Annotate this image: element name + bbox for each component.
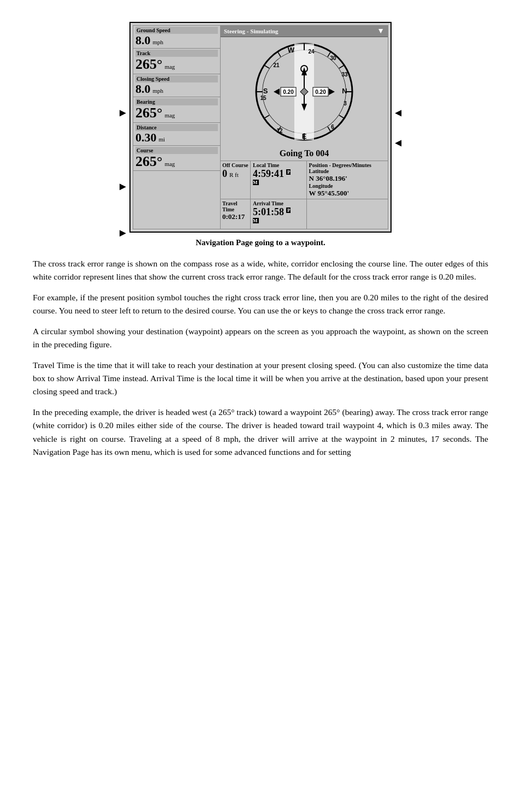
closing-speed-unit: mph xyxy=(153,87,164,94)
arrival-time-label: Arrival Time xyxy=(253,200,304,206)
track-field: Track 265° mag xyxy=(133,49,220,74)
closing-speed-field: Closing Speed 8.0 mph xyxy=(133,74,220,97)
travel-time-label: Travel Time xyxy=(222,200,248,212)
bottom-row2: Travel Time 0:02:17 Arrival Time 5:01:58… xyxy=(221,199,388,229)
svg-line-15 xyxy=(277,51,281,57)
left-arrow-track-icon: ► xyxy=(117,106,128,119)
bearing-value-row: 265° mag xyxy=(135,105,218,121)
off-course-label: Off Course xyxy=(222,162,248,168)
ground-speed-value: 8.0 xyxy=(135,33,151,47)
local-time-field: Local Time 4:59:41 PM xyxy=(251,161,307,199)
arrival-time-value: 5:01:58 xyxy=(253,206,284,217)
track-unit: mag xyxy=(164,63,175,70)
svg-text:0.20: 0.20 xyxy=(283,89,294,95)
device-container: Ground Speed 8.0 mph Track 265° mag xyxy=(129,22,392,233)
svg-text:12: 12 xyxy=(276,128,283,134)
track-value-row: 265° mag xyxy=(135,57,218,73)
svg-text:6: 6 xyxy=(331,124,334,130)
track-value: 265° xyxy=(135,56,162,72)
off-course-value-row: 0 R ft xyxy=(222,168,248,180)
arrival-time-value-row: 5:01:58 PM xyxy=(253,206,304,228)
svg-text:3: 3 xyxy=(344,100,347,106)
svg-text:24: 24 xyxy=(308,49,315,55)
svg-text:0.20: 0.20 xyxy=(315,89,326,95)
position-field: Position - Degrees/Minutes Latitude N 36… xyxy=(307,161,388,199)
svg-line-14 xyxy=(264,65,269,68)
latitude-label: Latitude xyxy=(309,168,386,174)
bottom-row1: Off Course 0 R ft Local Time 4: xyxy=(221,161,388,199)
distance-value-row: 0.30 mi xyxy=(135,131,218,144)
off-course-unit: R ft xyxy=(229,171,239,178)
steering-bar: Steering - Simulating ▼ xyxy=(221,26,388,37)
svg-text:E: E xyxy=(302,132,307,140)
device-screenshot: ► ► ► ◄ ◄ Ground Speed 8.0 mph xyxy=(33,22,488,233)
off-course-value: 0 xyxy=(222,168,227,179)
left-arrow-bearing-icon: ► xyxy=(117,180,128,193)
bearing-value: 265° xyxy=(135,105,162,121)
distance-unit: mi xyxy=(159,136,165,143)
svg-text:15: 15 xyxy=(260,95,267,101)
local-time-value-row: 4:59:41 PM xyxy=(253,168,304,189)
compass-area: W 24 30 33 21 15 3 12 6 xyxy=(221,37,388,146)
course-value: 265° xyxy=(135,153,162,169)
left-panel: Ground Speed 8.0 mph Track 265° mag xyxy=(133,26,221,229)
steering-arrow-icon: ▼ xyxy=(377,27,384,35)
distance-field: Distance 0.30 mi xyxy=(133,123,220,146)
going-to-label: Going To 004 xyxy=(221,146,388,161)
svg-line-10 xyxy=(339,115,345,118)
svg-text:W: W xyxy=(288,46,295,54)
longitude-value: W 95°45.500' xyxy=(309,189,386,198)
device-wrapper: ► ► ► ◄ ◄ Ground Speed 8.0 mph xyxy=(129,22,392,233)
svg-text:33: 33 xyxy=(341,72,348,78)
paragraph-2: For example, if the present position sym… xyxy=(33,291,488,317)
figure-caption: Navigation Page going to a waypoint. xyxy=(33,238,488,247)
right-panel: Steering - Simulating ▼ xyxy=(221,26,388,229)
bottom-section: Off Course 0 R ft Local Time 4: xyxy=(221,161,388,229)
bearing-unit: mag xyxy=(164,112,175,118)
bearing-field: Bearing 265° mag xyxy=(133,97,220,123)
svg-text:N: N xyxy=(342,87,347,95)
svg-text:21: 21 xyxy=(273,62,280,68)
position-label: Position - Degrees/Minutes xyxy=(309,162,386,168)
svg-line-13 xyxy=(264,115,269,118)
ground-speed-value-row: 8.0 mph xyxy=(135,34,218,47)
course-unit: mag xyxy=(164,161,175,167)
travel-time-field: Travel Time 0:02:17 xyxy=(221,199,251,229)
course-value-row: 265° mag xyxy=(135,154,218,170)
svg-line-11 xyxy=(328,127,331,132)
position-placeholder xyxy=(307,199,388,229)
local-time-label: Local Time xyxy=(253,162,304,168)
paragraph-3: A circular symbol showing your destinati… xyxy=(33,325,488,351)
longitude-label: Longitude xyxy=(309,183,386,189)
right-arrow-compass-icon: ◄ xyxy=(393,137,404,149)
latitude-value: N 36°08.196' xyxy=(309,174,386,183)
course-field: Course 265° mag xyxy=(133,146,220,171)
travel-time-value: 0:02:17 xyxy=(222,212,248,221)
svg-line-9 xyxy=(339,65,345,68)
compass-rose-svg: W 24 30 33 21 15 3 12 6 xyxy=(250,37,359,146)
closing-speed-value-row: 8.0 mph xyxy=(135,82,218,96)
arrival-time-field: Arrival Time 5:01:58 PM xyxy=(251,199,307,229)
off-course-field: Off Course 0 R ft xyxy=(221,161,251,199)
device-inner: Ground Speed 8.0 mph Track 265° mag xyxy=(133,25,388,229)
paragraph-1: The cross track error range is shown on … xyxy=(33,257,488,283)
closing-speed-value: 8.0 xyxy=(135,82,151,96)
distance-value: 0.30 xyxy=(135,131,157,144)
paragraph-5: In the preceding example, the driver is … xyxy=(33,406,488,458)
left-arrow-off-course-icon: ► xyxy=(117,227,128,239)
svg-text:S: S xyxy=(263,87,268,95)
paragraph-4: Travel Time is the time that it will tak… xyxy=(33,359,488,398)
ground-speed-unit: mph xyxy=(153,39,164,45)
page-content: ► ► ► ◄ ◄ Ground Speed 8.0 mph xyxy=(33,22,488,459)
local-time-value: 4:59:41 xyxy=(253,168,284,179)
steering-label: Steering - Simulating xyxy=(224,28,279,34)
svg-text:30: 30 xyxy=(330,55,336,61)
right-arrow-track-icon: ◄ xyxy=(393,106,404,119)
ground-speed-field: Ground Speed 8.0 mph xyxy=(133,26,220,49)
